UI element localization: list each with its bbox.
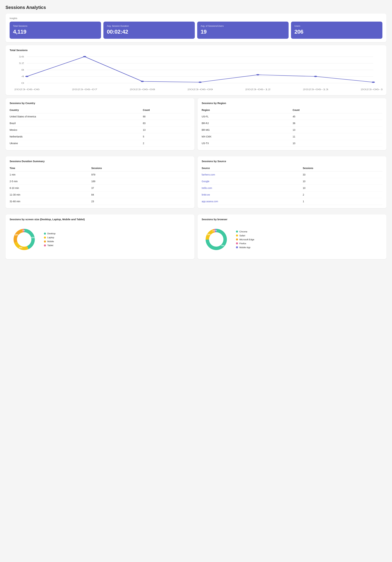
svg-text:0: 0: [22, 82, 24, 84]
svg-text:2023-06-06: 2023-06-06: [14, 88, 40, 91]
country-col-header: Country: [10, 107, 139, 113]
legend-dot: [236, 231, 238, 233]
svg-text:8: 8: [22, 69, 24, 71]
legend-item: Desktop: [44, 232, 56, 235]
source-table: Source Sessions fanhero.com33Google10tre…: [202, 165, 382, 205]
sessions-by-browser-card: Sessions by browser 74%19%3%2% Chrome Sa…: [198, 214, 387, 259]
legend-dot: [236, 246, 238, 248]
duration-time-header: Time: [10, 165, 88, 171]
metric-value: 19: [201, 29, 285, 35]
duration-source-section: Sessions Duration Summary Time Sessions …: [5, 156, 387, 211]
table-row: 11-30 min84: [10, 191, 190, 198]
metric-tile-avg-sessions-users: Avg. of Sessions/Users 19: [197, 22, 289, 39]
table-row: linktr.ee2: [202, 191, 382, 198]
table-row: BR-RJ36: [202, 120, 382, 127]
legend-label: Desktop: [47, 232, 56, 235]
table-row: 6-10 min37: [10, 185, 190, 191]
svg-text:4: 4: [22, 75, 24, 78]
table-row: trello.com10: [202, 185, 382, 191]
page-title: Sessions Analytics: [5, 5, 387, 10]
table-row: United States of America90: [10, 113, 190, 120]
duration-table: Time Sessions 1 min9792-5 min1696-10 min…: [10, 165, 190, 205]
screen-title: Sessions by screen size (Desktop, Laptop…: [10, 218, 190, 221]
metric-label: Avg. of Sessions/Users: [201, 25, 285, 27]
svg-text:26%: 26%: [19, 247, 22, 249]
browser-legend: Chrome Safari Microsoft Edge Firefox Mob…: [236, 230, 254, 249]
svg-text:2023-06-07: 2023-06-07: [72, 88, 97, 91]
table-row: BR-MG13: [202, 127, 382, 133]
svg-point-11: [83, 56, 86, 58]
svg-point-14: [256, 74, 260, 75]
legend-label: Firefox: [239, 242, 246, 245]
country-region-section: Sessions by Country Country Count United…: [5, 98, 387, 153]
screen-donut-section: 43%26%28%2% Desktop Laptop Mobile Tablet: [10, 223, 190, 256]
source-title: Sessions by Source: [202, 160, 382, 163]
svg-text:28%: 28%: [15, 234, 18, 236]
svg-text:19%: 19%: [207, 234, 211, 235]
browser-donut-wrap: 74%19%3%2%: [202, 225, 231, 254]
legend-label: Chrome: [239, 230, 247, 233]
legend-item: Firefox: [236, 242, 254, 245]
sessions-duration-card: Sessions Duration Summary Time Sessions …: [5, 156, 194, 208]
sessions-by-screen-card: Sessions by screen size (Desktop, Laptop…: [5, 214, 194, 259]
legend-dot: [44, 233, 46, 235]
legend-label: Tablet: [47, 244, 53, 247]
metric-tile-total-sessions: Total Sessions 4,119: [10, 22, 101, 39]
metric-label: Avg. Session Duration: [107, 25, 191, 27]
svg-text:16: 16: [19, 56, 24, 58]
svg-text:2%: 2%: [22, 230, 25, 232]
region-col-header: Region: [202, 107, 289, 113]
legend-item: Safari: [236, 234, 254, 237]
legend-label: Safari: [239, 234, 245, 237]
svg-text:2%: 2%: [214, 230, 217, 232]
country-count-header: Count: [139, 107, 190, 113]
legend-dot: [236, 238, 238, 240]
browser-title: Sessions by browser: [202, 218, 382, 221]
total-sessions-chart-title: Total Sessions: [10, 49, 382, 52]
region-count-header: Count: [289, 107, 382, 113]
insights-label: Insights: [10, 17, 382, 20]
sessions-by-region-card: Sessions by Region Region Count US-FL45B…: [198, 98, 387, 150]
metric-value: 206: [295, 29, 379, 35]
source-col-header: Source: [202, 165, 299, 171]
metric-value: 4,119: [13, 29, 97, 35]
legend-dot: [236, 234, 238, 236]
svg-point-15: [314, 76, 317, 77]
svg-text:74%: 74%: [221, 245, 224, 247]
legend-label: Laptop: [47, 236, 54, 239]
table-row: Mexico13: [10, 127, 190, 133]
svg-text:12: 12: [19, 62, 24, 64]
table-row: US-TX10: [202, 140, 382, 147]
metric-tile-users: Users 206: [291, 22, 382, 39]
legend-label: Mobile: [47, 240, 54, 243]
svg-point-13: [199, 82, 202, 83]
svg-point-12: [141, 81, 144, 82]
total-sessions-chart-card: Total Sessions 04812162023-06-062023-06-…: [5, 45, 387, 95]
svg-point-10: [25, 76, 28, 77]
table-row: MX-CMX11: [202, 133, 382, 140]
table-row: 31-60 min23: [10, 198, 190, 205]
legend-dot: [44, 245, 46, 246]
table-row: Netherlands5: [10, 133, 190, 140]
table-row: US-FL45: [202, 113, 382, 120]
screen-browser-section: Sessions by screen size (Desktop, Laptop…: [5, 214, 387, 262]
legend-dot: [44, 236, 46, 239]
svg-text:2023-06-13: 2023-06-13: [303, 88, 328, 91]
source-sessions-header: Sessions: [299, 165, 382, 171]
svg-text:2023-06-14: 2023-06-14: [360, 88, 382, 91]
legend-item: Mobile: [44, 240, 56, 243]
table-row: Brazil83: [10, 120, 190, 127]
duration-sessions-header: Sessions: [88, 165, 190, 171]
table-row: fanhero.com33: [202, 171, 382, 178]
svg-text:2023-06-12: 2023-06-12: [245, 88, 271, 91]
legend-dot: [236, 242, 238, 245]
metric-tile-avg-duration: Avg. Session Duration 00:02:42: [103, 22, 195, 39]
legend-item: Chrome: [236, 230, 254, 233]
legend-item: Tablet: [44, 244, 56, 247]
country-title: Sessions by Country: [10, 102, 190, 105]
legend-label: Microsoft Edge: [239, 238, 254, 241]
legend-dot: [44, 240, 46, 243]
region-title: Sessions by Region: [202, 102, 382, 105]
legend-item: Mobile App: [236, 246, 254, 249]
duration-title: Sessions Duration Summary: [10, 160, 190, 163]
